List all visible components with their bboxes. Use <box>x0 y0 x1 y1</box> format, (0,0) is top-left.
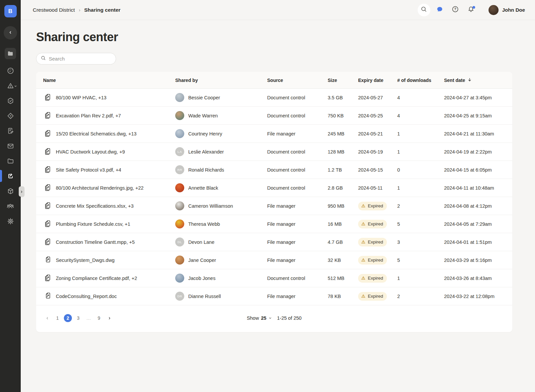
chevron-down-icon <box>14 85 17 88</box>
table-row[interactable]: CodeConsulting_Report.doc DR Dianne Russ… <box>36 287 512 305</box>
mail-icon <box>7 142 14 150</box>
avatar: RR <box>175 165 184 174</box>
diamond-question-icon: ? <box>7 112 14 120</box>
shared-file-icon <box>43 237 52 247</box>
source-cell: Document control <box>267 185 328 191</box>
document-pen-icon <box>7 127 14 135</box>
previous-page-button[interactable] <box>43 314 51 322</box>
warning-triangle-icon <box>361 221 366 226</box>
sidebar-item-people[interactable] <box>0 202 21 210</box>
help-button[interactable]: ? <box>449 4 462 16</box>
table-row[interactable]: 15/20 Electrical Schematics.dwg, +13 Cou… <box>36 125 512 143</box>
shared-file-icon <box>43 255 52 265</box>
sidebar-item-mail[interactable] <box>0 142 21 150</box>
sidebar-item-files[interactable] <box>0 48 21 59</box>
user-menu[interactable]: John Doe <box>489 5 525 15</box>
notifications-button[interactable] <box>465 4 477 16</box>
expiry-cell: Expired <box>358 238 397 247</box>
downloads-cell: 1 <box>397 149 444 155</box>
column-header-source[interactable]: Source <box>267 78 328 83</box>
sidebar-expand-handle[interactable] <box>19 186 24 197</box>
downloads-cell: 2 <box>397 294 444 299</box>
column-header-downloads[interactable]: # of downloads <box>397 78 444 83</box>
avatar: LA <box>175 147 184 156</box>
name-cell: Site Safety Protocol v3.pdf, +4 <box>43 165 175 175</box>
breadcrumb-parent[interactable]: Crestwood District <box>33 7 75 13</box>
page-button-2[interactable]: 2 <box>64 314 72 322</box>
page-button-9[interactable]: 9 <box>95 314 103 322</box>
expiry-cell: Expired <box>358 292 397 301</box>
sidebar-item-sharing-center[interactable] <box>0 172 21 180</box>
sidebar-item-folders[interactable] <box>0 157 21 165</box>
page-size-select[interactable]: Show 25 <box>247 315 272 321</box>
notification-dot <box>472 6 475 9</box>
shared-by-cell: DL Devon Lane <box>175 237 267 247</box>
chevron-left-icon <box>8 30 12 36</box>
column-header-name[interactable]: Name <box>43 78 175 83</box>
name-cell: SecuritySystem_Dwgs.dwg <box>43 255 175 265</box>
next-page-button[interactable] <box>105 314 113 322</box>
column-header-shared-by[interactable]: Shared by <box>175 78 267 83</box>
size-cell: 32 KB <box>328 258 358 263</box>
name-cell: Concrete Mix Specifications.xlsx, +3 <box>43 201 175 211</box>
warning-triangle-icon <box>7 82 14 90</box>
search-input[interactable] <box>49 56 112 62</box>
size-cell: 78 KB <box>328 294 358 299</box>
sent-date-cell: 2024-03-22 at 12:08pm <box>444 294 505 299</box>
avatar <box>175 93 184 102</box>
name-cell: Excavation Plan Rev 2.pdf, +7 <box>43 111 175 120</box>
sidebar-item-quality[interactable] <box>0 97 21 104</box>
column-header-size[interactable]: Size <box>328 78 358 83</box>
expiry-cell: 2024-05-21 <box>358 131 397 136</box>
table-row[interactable]: Site Safety Protocol v3.pdf, +4 RR Ronal… <box>36 161 512 179</box>
warning-triangle-icon <box>361 203 366 208</box>
sidebar-item-issues[interactable] <box>0 82 21 89</box>
size-cell: 4.7 GB <box>328 239 358 245</box>
shared-by-name: Courtney Henry <box>188 131 222 136</box>
table-row[interactable]: 80/100 WIP HVAC, +13 Bessie Cooper Docum… <box>36 89 512 107</box>
chat-button[interactable] <box>433 4 446 16</box>
global-search-button[interactable] <box>418 4 430 16</box>
page-button-3[interactable]: 3 <box>74 314 82 322</box>
downloads-cell: 1 <box>397 185 444 191</box>
downloads-cell: 1 <box>397 131 444 136</box>
table-row[interactable]: SecuritySystem_Dwgs.dwg Jane Cooper File… <box>36 251 512 269</box>
shared-by-name: Wade Warren <box>188 113 218 118</box>
shared-by-name: Leslie Alexander <box>188 149 224 155</box>
pager: 123…9 <box>43 314 247 322</box>
shared-by-cell: Bessie Cooper <box>175 93 267 102</box>
expiry-cell: Expired <box>358 202 397 210</box>
file-name: 15/20 Electrical Schematics.dwg, +13 <box>56 131 136 136</box>
page-size-group: Show 25 1-25 of 250 <box>247 315 302 321</box>
sent-date-cell: 2024-04-19 at 2:22pm <box>444 149 505 155</box>
sort-desc-arrow-icon <box>467 77 472 83</box>
column-header-expiry[interactable]: Expiry date <box>358 78 397 83</box>
sidebar-item-models[interactable] <box>0 187 21 195</box>
table-row[interactable]: Concrete Mix Specifications.xlsx, +3 Cam… <box>36 197 512 215</box>
source-cell: File manager <box>267 239 328 245</box>
main-area: Crestwood District Sharing center <box>21 0 535 392</box>
shared-file-icon <box>43 201 52 211</box>
folder-filled-icon <box>5 48 16 59</box>
table-row[interactable]: 80/100 Architectural Renderings.jpg, +22… <box>36 179 512 197</box>
table-row[interactable]: Plumbing Fixture Schedule.csv, +1 Theres… <box>36 215 512 233</box>
table-row[interactable]: Zoning Compliance Certificate.pdf, +2 Ja… <box>36 269 512 287</box>
sidebar-item-dashboard[interactable] <box>0 67 21 74</box>
breadcrumb-current: Sharing center <box>84 7 121 13</box>
page-button-1[interactable]: 1 <box>54 314 62 322</box>
sent-date-cell: 2024-03-26 at 8:43am <box>444 276 505 281</box>
table-row[interactable]: HVAC Ductwork Layout.dwg, +9 LA Leslie A… <box>36 143 512 161</box>
size-cell: 1.2 TB <box>328 167 358 173</box>
column-header-sent-date[interactable]: Sent date <box>444 77 505 83</box>
source-cell: File manager <box>267 294 328 299</box>
cube-icon <box>7 187 14 195</box>
table-search[interactable] <box>36 53 116 65</box>
app-logo[interactable]: B <box>4 5 17 17</box>
table-row[interactable]: Excavation Plan Rev 2.pdf, +7 Wade Warre… <box>36 107 512 125</box>
sidebar-item-help-diamond[interactable]: ? <box>0 112 21 119</box>
expiry-cell: 2024-05-11 <box>358 185 397 191</box>
sidebar-item-settings[interactable] <box>0 217 21 225</box>
sidebar-collapse-button[interactable] <box>4 26 17 39</box>
sidebar-item-contracts[interactable] <box>0 127 21 134</box>
table-row[interactable]: Construction Timeline Gantt.mpp, +5 DL D… <box>36 233 512 251</box>
